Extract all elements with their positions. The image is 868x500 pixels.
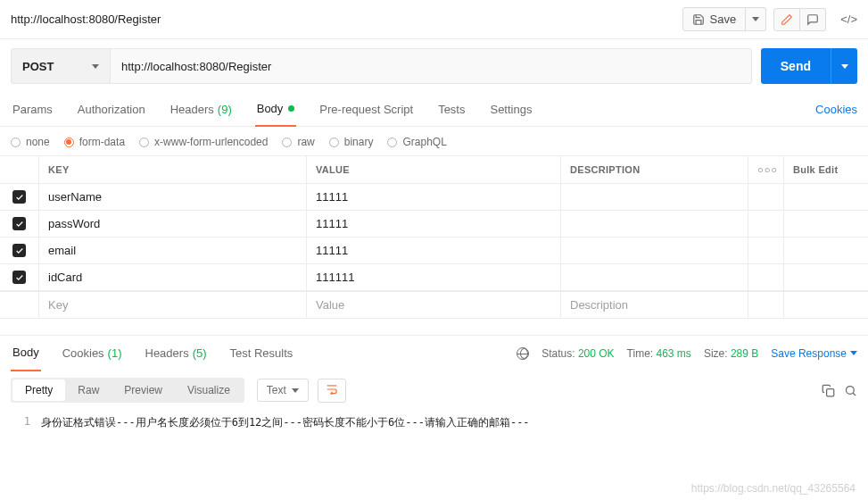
cookies-link[interactable]: Cookies (815, 103, 857, 116)
row-value[interactable]: 11111 (307, 238, 561, 263)
url-input[interactable] (111, 48, 752, 84)
comment-icon (806, 13, 819, 26)
bodytype-graphql[interactable]: GraphQL (387, 136, 446, 148)
request-title: http://localhost:8080/Register (11, 12, 682, 26)
save-response-link[interactable]: Save Response (771, 347, 857, 360)
resp-tab-body[interactable]: Body (11, 336, 41, 371)
pencil-icon (781, 13, 793, 26)
row-key[interactable]: idCard (39, 264, 307, 290)
tab-prerequest[interactable]: Pre-request Script (318, 93, 415, 127)
view-pretty[interactable]: Pretty (12, 379, 65, 401)
method-selector[interactable]: POST (11, 48, 111, 84)
method-value: POST (22, 60, 54, 73)
table-row[interactable]: email 11111 (0, 237, 868, 263)
row-checkbox[interactable] (12, 217, 26, 230)
resp-tab-headers[interactable]: Headers (5) (144, 336, 209, 371)
tab-body[interactable]: Body (255, 93, 297, 127)
svg-point-2 (847, 386, 855, 394)
new-value[interactable]: Value (307, 292, 561, 318)
table-row[interactable]: passWord 11111 (0, 210, 868, 237)
tab-headers-count: (9) (218, 103, 232, 116)
tab-params[interactable]: Params (11, 93, 54, 127)
response-lang-selector[interactable]: Text (257, 379, 309, 402)
view-mode-tabs: Pretty Raw Preview Visualize (11, 378, 244, 403)
edit-group (773, 8, 826, 31)
send-button[interactable]: Send (761, 48, 831, 84)
copy-icon[interactable] (822, 384, 835, 397)
save-dropdown[interactable] (746, 7, 766, 31)
bodytype-none[interactable]: none (11, 136, 50, 148)
save-icon (692, 13, 705, 26)
save-label: Save (710, 12, 737, 26)
row-key[interactable]: userName (39, 184, 307, 210)
code-toggle[interactable]: </> (840, 12, 857, 26)
tab-body-label: Body (257, 102, 284, 115)
tab-tests[interactable]: Tests (436, 93, 467, 127)
wrap-icon (326, 384, 338, 395)
edit-button[interactable] (773, 8, 800, 31)
wrap-toggle[interactable] (318, 379, 346, 403)
comment-button[interactable] (800, 8, 826, 31)
tab-headers[interactable]: Headers (9) (169, 93, 234, 127)
save-button-group: Save (682, 7, 767, 31)
resp-tab-testresults[interactable]: Test Results (228, 336, 295, 371)
bodytype-formdata[interactable]: form-data (64, 136, 125, 148)
size-meta: Size: 289 B (704, 347, 758, 360)
row-desc[interactable] (561, 211, 748, 237)
response-body-text[interactable]: 身份证格式错误---用户名长度必须位于6到12之间---密码长度不能小于6位--… (41, 415, 530, 430)
row-value[interactable]: 111111 (307, 264, 561, 290)
table-row[interactable]: userName 11111 (0, 183, 868, 210)
watermark: https://blog.csdn.net/qq_43265564 (691, 482, 856, 495)
bodytype-xwww[interactable]: x-www-form-urlencoded (139, 136, 268, 148)
new-desc[interactable]: Description (561, 292, 748, 318)
tab-settings[interactable]: Settings (488, 93, 533, 127)
save-button[interactable]: Save (682, 7, 747, 31)
row-key[interactable]: passWord (39, 211, 307, 237)
tab-authorization[interactable]: Authorization (76, 93, 147, 127)
form-data-table: KEY VALUE DESCRIPTION ○○○ Bulk Edit user… (0, 155, 868, 319)
svg-rect-1 (827, 388, 834, 396)
row-checkbox[interactable] (12, 244, 26, 257)
col-desc: DESCRIPTION (561, 156, 748, 183)
bodytype-binary[interactable]: binary (329, 136, 374, 148)
row-desc[interactable] (561, 184, 748, 210)
col-value: VALUE (307, 156, 561, 183)
row-value[interactable]: 11111 (307, 184, 561, 210)
tab-headers-label: Headers (170, 103, 214, 116)
line-number: 1 (11, 415, 41, 430)
globe-icon[interactable] (517, 347, 529, 360)
search-icon[interactable] (844, 384, 857, 397)
table-row[interactable]: idCard 111111 (0, 263, 868, 291)
resp-tab-cookies[interactable]: Cookies (1) (61, 336, 124, 371)
time-meta: Time: 463 ms (627, 347, 691, 360)
view-raw[interactable]: Raw (65, 379, 112, 401)
row-desc[interactable] (561, 238, 748, 263)
body-modified-dot (288, 105, 294, 112)
table-row-new[interactable]: Key Value Description (0, 291, 868, 319)
bodytype-raw[interactable]: raw (282, 136, 314, 148)
svg-line-3 (853, 393, 856, 396)
col-key: KEY (39, 156, 307, 183)
send-dropdown[interactable] (831, 48, 857, 84)
new-key[interactable]: Key (39, 292, 307, 318)
row-checkbox[interactable] (12, 271, 26, 284)
row-value[interactable]: 11111 (307, 211, 561, 237)
row-checkbox[interactable] (12, 190, 26, 204)
row-desc[interactable] (561, 264, 748, 290)
bulk-edit-link[interactable]: Bulk Edit (784, 156, 856, 183)
col-options[interactable]: ○○○ (748, 156, 784, 183)
view-visualize[interactable]: Visualize (175, 379, 243, 401)
status-meta: Status: 200 OK (541, 347, 614, 360)
view-preview[interactable]: Preview (112, 379, 175, 401)
row-key[interactable]: email (39, 238, 307, 263)
